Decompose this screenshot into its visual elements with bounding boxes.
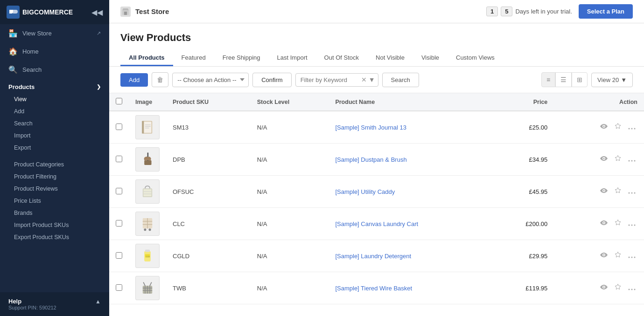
tab-last-import[interactable]: Last Import [269,50,316,66]
tab-free-shipping[interactable]: Free Shipping [214,50,269,66]
product-link[interactable]: [Sample] Laundry Detergent [335,253,411,260]
sidebar-item-price-lists[interactable]: Price Lists [0,195,109,207]
favorite-button[interactable] [612,218,623,229]
sidebar-item-brands[interactable]: Brands [0,207,109,219]
tab-visible[interactable]: Visible [413,50,448,66]
tab-featured[interactable]: Featured [173,50,214,66]
store-icon: 🏪 [8,29,18,38]
tabs-bar: All Products Featured Free Shipping Last… [120,50,633,66]
help-section[interactable]: Help ▲ Support PIN: 590212 [0,292,109,316]
header-name: Product Name [329,93,494,111]
sidebar-item-view-store[interactable]: 🏪 View Store ↗ [0,24,109,42]
action-icons [560,122,637,133]
sidebar-item-product-categories[interactable]: Product Categories [0,158,109,171]
preview-button[interactable] [598,154,609,165]
row-name-cell: [Sample] Canvas Laundry Cart [329,208,494,240]
view-list-dense-button[interactable]: ≡ [541,72,555,87]
tab-all-products[interactable]: All Products [120,50,173,66]
preview-button[interactable] [598,186,609,197]
row-checkbox[interactable] [116,188,122,194]
select-plan-button[interactable]: Select a Plan [579,4,633,19]
product-link[interactable]: [Sample] Utility Caddy [335,188,395,195]
row-action-cell [554,111,644,144]
product-link[interactable]: [Sample] Tiered Wire Basket [335,285,412,292]
favorite-button[interactable] [612,122,623,133]
preview-button[interactable] [598,282,609,294]
more-actions-button[interactable] [626,186,637,197]
view-grid-button[interactable]: ⊞ [572,72,588,87]
sidebar-products-section[interactable]: Products ❯ [0,79,109,93]
row-price-cell: £29.95 [494,240,554,272]
product-link[interactable]: [Sample] Canvas Laundry Cart [335,220,418,227]
sidebar-item-product-filtering[interactable]: Product Filtering [0,171,109,183]
action-select[interactable]: -- Choose an Action -- [172,73,249,87]
logo-label: BIGCOMMERCE [22,8,73,16]
logo-icon [7,6,20,19]
sidebar-item-label: Search [22,66,42,73]
preview-button[interactable] [598,218,609,229]
sidebar-item-search[interactable]: 🔍 Search [0,61,109,79]
row-action-cell [554,176,644,208]
row-checkbox[interactable] [116,252,122,259]
chevron-up-icon: ▲ [95,298,101,305]
row-checkbox[interactable] [116,220,122,227]
tab-not-visible[interactable]: Not Visible [367,50,413,66]
row-image-cell [129,111,166,144]
trash-icon: 🗑 [157,76,163,83]
preview-button[interactable] [598,250,609,261]
svg-point-47 [634,289,636,290]
svg-point-37 [631,257,633,258]
filter-input[interactable] [299,74,359,86]
sidebar-item-search-products[interactable]: Search [0,117,109,130]
svg-rect-11 [144,160,151,165]
sidebar-item-export-skus[interactable]: Export Product SKUs [0,231,109,243]
confirm-button[interactable]: Confirm [252,73,292,87]
trial-info: 1 5 Days left in your trial. [486,7,572,16]
view-count-label: View 20 [597,76,619,83]
search-button[interactable]: Search [382,73,419,87]
sidebar-item-export[interactable]: Export [0,142,109,154]
sidebar-item-add[interactable]: Add [0,105,109,117]
filter-options-icon[interactable]: ▼ [369,76,375,83]
more-actions-button[interactable] [626,219,637,229]
select-all-checkbox[interactable] [116,98,122,104]
more-actions-button[interactable] [626,251,637,261]
delete-button[interactable]: 🗑 [152,72,168,87]
store-name: Test Store [135,7,169,15]
sidebar-collapse-button[interactable]: ◀◀ [91,8,103,17]
filter-clear-icon[interactable]: ✕ [361,76,367,83]
row-checkbox[interactable] [116,156,122,162]
main-content: Test Store 1 5 Days left in your trial. … [109,0,644,316]
favorite-button[interactable] [612,154,623,165]
tab-custom-views[interactable]: Custom Views [448,50,503,66]
view-list-button[interactable]: ☰ [555,72,572,87]
favorite-button[interactable] [612,186,623,197]
product-link[interactable]: [Sample] Smith Journal 13 [335,124,406,131]
row-stock-cell: N/A [251,144,329,176]
product-image [135,115,160,139]
row-check-cell [109,111,129,144]
tab-out-of-stock[interactable]: Out Of Stock [316,50,367,66]
row-checkbox[interactable] [116,124,122,130]
row-image-cell [129,272,166,304]
svg-point-9 [631,128,633,130]
product-link[interactable]: [Sample] Dustpan & Brush [335,156,406,163]
sidebar-item-import[interactable]: Import [0,130,109,142]
sidebar-item-import-skus[interactable]: Import Product SKUs [0,219,109,231]
view-count-button[interactable]: View 20 ▼ [591,73,633,87]
sidebar-item-home[interactable]: 🏠 Home [0,42,109,61]
sidebar-item-view[interactable]: View [0,93,109,105]
add-button[interactable]: Add [120,73,148,87]
more-actions-button[interactable] [626,283,637,293]
more-actions-button[interactable] [626,122,637,132]
favorite-button[interactable] [612,250,623,261]
preview-button[interactable] [598,122,609,133]
svg-rect-1 [124,12,127,15]
favorite-button[interactable] [612,282,623,294]
row-checkbox[interactable] [116,284,122,291]
svg-point-22 [634,192,636,194]
topbar-right: 1 5 Days left in your trial. Select a Pl… [486,4,633,19]
more-actions-button[interactable] [626,154,637,165]
svg-rect-3 [144,122,152,133]
sidebar-item-product-reviews[interactable]: Product Reviews [0,183,109,195]
